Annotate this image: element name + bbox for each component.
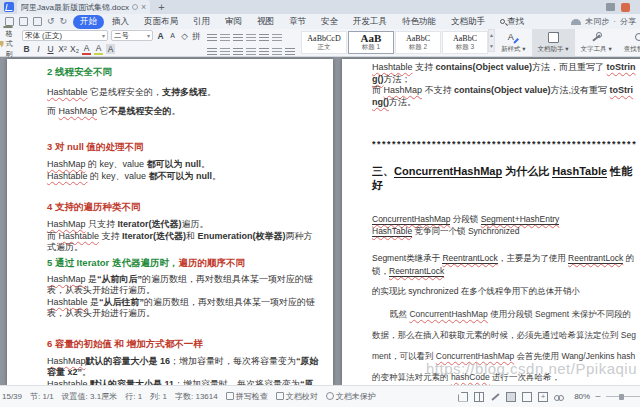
subscript-button[interactable]: X₂ (70, 44, 79, 54)
toolbar-tools: 新样式 ▾文档助手 ▾文字工具 ▾查找替换 ▾选择 ▾ (495, 29, 640, 56)
menu-tab-5[interactable]: 视图 (250, 15, 281, 29)
page-right-content: Hashtable 支持 contains(Object value)方法，而且… (342, 59, 640, 385)
doc-paragraph: HashTable 竞争同一个锁 Synchronized (372, 226, 636, 238)
align-left-button[interactable] (207, 44, 217, 56)
columns-button[interactable] (272, 30, 282, 42)
menu-tab-1[interactable]: 插入 (105, 15, 136, 29)
increase-indent-button[interactable] (246, 30, 256, 42)
autofit-icon[interactable] (538, 392, 548, 402)
doc-heading: 4 支持的遍历种类不同 (47, 201, 320, 213)
tool-label: 查找替换 ▾ (624, 45, 640, 54)
quick-access-toolbar: ↺ ↻ (0, 17, 73, 26)
zoom-slider-thumb[interactable] (619, 394, 624, 400)
style-preview: AaB (361, 34, 382, 43)
align-center-button[interactable] (220, 44, 230, 56)
menu-tab-4[interactable]: 审阅 (218, 15, 249, 29)
spellcheck-button[interactable]: 拼写检查 (226, 391, 268, 402)
zoom-out-button[interactable]: − (595, 391, 601, 402)
tool-label: 新样式 ▾ (501, 45, 526, 54)
tab-sync-icon (132, 4, 138, 10)
character-shading-button[interactable]: A (106, 44, 115, 54)
tool-label: 文档助手 ▾ (538, 45, 569, 54)
superscript-button[interactable]: X² (58, 44, 67, 54)
style-item-1[interactable]: AaB标题 1 (348, 31, 394, 54)
doc-heading: 5 通过 Iterator 迭代器遍历时，遍历的顺序不同 (47, 257, 320, 269)
ink-edit-icon[interactable] (490, 392, 500, 402)
preview-icon[interactable] (33, 17, 42, 26)
account-avatar-icon[interactable] (621, 3, 630, 12)
proofread-button[interactable]: 文档校对 (276, 391, 318, 402)
grow-font-button[interactable]: A (156, 31, 165, 41)
shading-button[interactable] (272, 44, 282, 56)
numbering-button[interactable] (220, 30, 230, 42)
menu-tab-2[interactable]: 页面布局 (137, 15, 185, 29)
section-indicator: 节: 1/1 (30, 391, 54, 402)
web-layout-icon[interactable] (522, 392, 532, 402)
underline-button[interactable]: U (46, 44, 55, 54)
clear-format-button[interactable]: ◇ (180, 31, 189, 41)
shrink-font-button[interactable]: A (168, 31, 177, 41)
zoom-slider[interactable] (606, 396, 640, 397)
redo-icon[interactable]: ↻ (60, 17, 68, 26)
font-name-value: 宋体 (正文) (25, 31, 102, 41)
zoom-level[interactable]: 80% (574, 392, 590, 401)
highlight-color-button[interactable]: A (94, 43, 103, 55)
page-indicator[interactable]: 15/39 (2, 392, 22, 401)
format-painter-label: 格式刷 (6, 29, 17, 59)
doc-paragraph: Hashtable 支持 contains(Object value)方法，而且… (372, 62, 636, 85)
share-button[interactable]: 分享 (620, 16, 636, 27)
document-tab[interactable]: 阿里Java最新版面试集锦.docx × (17, 0, 150, 14)
cloud-sync-icon (571, 19, 581, 25)
status-bar: 15/39 节: 1/1 设置值: 3.1厘米 行: 1 列: 1 字数: 13… (0, 385, 640, 407)
font-size-select[interactable]: 二号▾ (111, 30, 153, 41)
format-painter-button[interactable]: 格式刷 (0, 29, 16, 59)
document-page-left[interactable]: 2 线程安全不同Hashtable 它是线程安全的，支持多线程。而 HashMa… (7, 59, 333, 385)
style-item-3[interactable]: AaBbC标题 3 (442, 31, 488, 54)
menu-tab-3[interactable]: 引用 (186, 15, 217, 29)
document-canvas[interactable]: 2 线程安全不同Hashtable 它是线程安全的，支持多线程。而 HashMa… (0, 57, 640, 385)
menu-tab-8[interactable]: 开发工具 (346, 15, 394, 29)
tool-button-3[interactable]: 查找替换 ▾ (618, 29, 640, 56)
word-count[interactable]: 字数: 13614 (175, 391, 218, 402)
window-control-icon[interactable] (606, 3, 615, 11)
style-item-2[interactable]: AaBbC标题 2 (395, 31, 441, 54)
menu-tab-10[interactable]: 文档助手 (444, 15, 492, 29)
tool-button-1[interactable]: 文档助手 ▾ (532, 29, 575, 56)
read-layout-icon[interactable] (474, 392, 484, 402)
menu-tab-9[interactable]: 特色功能 (395, 15, 443, 29)
paste-button[interactable]: 格式刷 (0, 29, 16, 56)
align-right-button[interactable] (233, 44, 243, 56)
eye-protect-icon[interactable] (554, 392, 564, 402)
sort-button[interactable] (259, 30, 269, 42)
tool-button-2[interactable]: 文字工具 ▾ (575, 29, 618, 56)
print-layout-icon[interactable] (506, 392, 516, 402)
style-gallery-more-button[interactable]: ▲▼ (488, 29, 495, 52)
document-page-right[interactable]: Hashtable 支持 contains(Object value)方法，而且… (342, 59, 640, 385)
protection-status[interactable]: 文档未保护 (326, 391, 376, 402)
tool-button-0[interactable]: 新样式 ▾ (495, 29, 532, 56)
new-tab-button[interactable]: + (158, 2, 164, 13)
tab-close-icon[interactable]: × (141, 3, 146, 12)
decrease-indent-button[interactable] (233, 30, 243, 42)
style-item-0[interactable]: AaBbCcD正文 (301, 31, 347, 54)
undo-icon[interactable]: ↺ (47, 17, 55, 26)
menu-tab-7[interactable]: 安全 (314, 15, 345, 29)
style-label: 标题 1 (362, 43, 380, 51)
justify-button[interactable] (246, 44, 256, 56)
menu-tab-11[interactable]: 查找 (493, 15, 531, 29)
phonetic-guide-button[interactable]: 拼 (192, 31, 201, 41)
style-gallery: AaBbCcD正文AaB标题 1AaBbC标题 2AaBbC标题 3 (301, 29, 488, 56)
font-color-button[interactable]: A (82, 43, 91, 55)
doc-paragraph: ConcurrentHashMap 分段锁 Segment+HashEntry (372, 214, 636, 226)
line-spacing-button[interactable] (259, 44, 269, 56)
italic-button[interactable]: I (34, 44, 43, 54)
sync-status-label[interactable]: 未同步 (585, 16, 609, 27)
borders-button[interactable] (285, 44, 295, 56)
bullets-button[interactable] (207, 30, 217, 42)
menu-tab-0[interactable]: 开始 (73, 15, 104, 29)
menu-tab-6[interactable]: 章节 (282, 15, 313, 29)
print-icon[interactable] (19, 17, 28, 26)
fullscreen-icon[interactable] (458, 392, 468, 402)
bold-button[interactable]: B (22, 44, 31, 54)
font-name-select[interactable]: 宋体 (正文)▾ (22, 30, 108, 41)
